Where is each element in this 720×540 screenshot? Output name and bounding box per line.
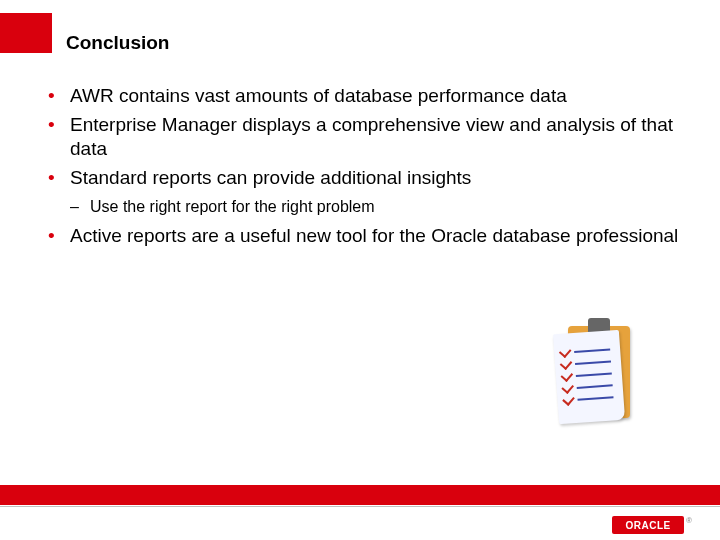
- bullet-text: Enterprise Manager displays a comprehens…: [70, 114, 673, 160]
- slide-title: Conclusion: [66, 32, 169, 54]
- bullet-text: Standard reports can provide additional …: [70, 167, 471, 188]
- footer-band: [0, 485, 720, 505]
- sub-bullet-item: Use the right report for the right probl…: [70, 197, 680, 218]
- accent-block: [0, 13, 52, 53]
- clipboard-checklist-icon: [550, 320, 640, 430]
- bullet-text: Active reports are a useful new tool for…: [70, 225, 678, 246]
- footer-divider: [0, 506, 720, 507]
- slide: Conclusion AWR contains vast amounts of …: [0, 0, 720, 540]
- sub-bullet-text: Use the right report for the right probl…: [90, 198, 375, 215]
- bullet-item: Active reports are a useful new tool for…: [48, 224, 680, 249]
- slide-content: AWR contains vast amounts of database pe…: [48, 84, 680, 252]
- oracle-logo: ORACLE ®: [612, 516, 692, 534]
- oracle-logo-mark: ORACLE: [612, 516, 684, 534]
- bullet-item: Enterprise Manager displays a comprehens…: [48, 113, 680, 162]
- bullet-item: Standard reports can provide additional …: [48, 166, 680, 217]
- registered-mark: ®: [686, 516, 692, 525]
- bullet-item: AWR contains vast amounts of database pe…: [48, 84, 680, 109]
- bullet-text: AWR contains vast amounts of database pe…: [70, 85, 567, 106]
